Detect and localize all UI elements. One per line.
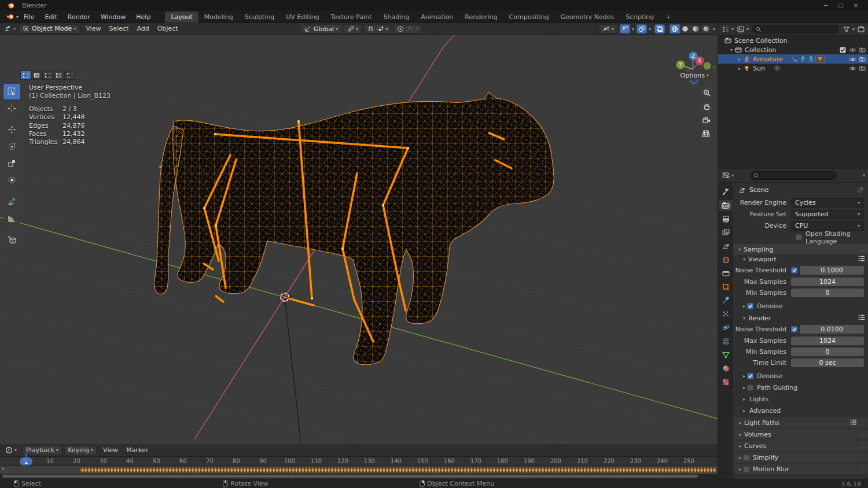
properties-search-input[interactable] bbox=[750, 171, 837, 180]
disclosure-right-icon[interactable]: ▸ bbox=[737, 57, 742, 62]
measure-tool[interactable] bbox=[3, 210, 20, 226]
viewport-denoise-row[interactable]: ▸ Denoise bbox=[733, 301, 864, 312]
eye-icon[interactable] bbox=[848, 46, 856, 54]
device-dropdown[interactable]: CPU▾ bbox=[791, 221, 864, 231]
outliner-row-sun[interactable]: ▸ Sun bbox=[718, 64, 868, 73]
simplify-checkbox[interactable] bbox=[743, 454, 749, 461]
menu-window[interactable]: Window bbox=[95, 12, 131, 23]
preset-icon[interactable] bbox=[858, 256, 865, 263]
playback-menu[interactable]: Playback▾ bbox=[23, 446, 62, 455]
zoom-view-button[interactable] bbox=[700, 86, 713, 99]
exclude-checkbox[interactable] bbox=[838, 46, 847, 54]
motion-blur-panel[interactable]: ▸ Motion Blur ⁚⁚ bbox=[734, 464, 868, 474]
workspace-tab-modeling[interactable]: Modeling bbox=[198, 12, 239, 23]
render-engine-dropdown[interactable]: Cycles▾ bbox=[791, 198, 864, 208]
light-paths-panel[interactable]: ▸Light Paths ⁚⁚ bbox=[734, 417, 868, 428]
move-tool[interactable] bbox=[3, 122, 20, 138]
pan-view-button[interactable] bbox=[700, 100, 713, 113]
viewport-menu-add[interactable]: Add bbox=[133, 25, 153, 32]
tab-render[interactable] bbox=[719, 200, 733, 211]
outliner-row-collection[interactable]: ▾ Collection bbox=[718, 45, 868, 54]
menu-help[interactable]: Help bbox=[131, 12, 156, 23]
camera-view-button[interactable] bbox=[700, 114, 713, 127]
timeline-scrollbar[interactable] bbox=[0, 474, 718, 478]
tab-collection[interactable] bbox=[719, 268, 733, 279]
tab-object[interactable] bbox=[719, 282, 733, 293]
tab-constraints[interactable] bbox=[719, 336, 733, 347]
new-collection-button[interactable] bbox=[857, 25, 865, 34]
workspace-tab-compositing[interactable]: Compositing bbox=[503, 12, 555, 23]
feature-set-dropdown[interactable]: Supported▾ bbox=[791, 210, 864, 219]
shading-wireframe-button[interactable] bbox=[670, 24, 680, 34]
tab-particles[interactable] bbox=[719, 309, 733, 320]
tab-material[interactable] bbox=[719, 363, 733, 374]
add-workspace-button[interactable]: + bbox=[660, 12, 676, 23]
shading-chevron-icon[interactable]: ▾ bbox=[713, 27, 715, 32]
eye-icon[interactable] bbox=[848, 55, 856, 63]
tab-scene[interactable] bbox=[719, 241, 733, 252]
workspace-tab-animation[interactable]: Animation bbox=[415, 12, 459, 23]
filter-funnel-icon[interactable] bbox=[843, 25, 851, 34]
annotate-tool[interactable] bbox=[3, 194, 20, 209]
3d-viewport[interactable]: Z X Y ‹ Options ▾ bbox=[0, 35, 718, 444]
tab-world[interactable] bbox=[719, 254, 733, 265]
osl-checkbox[interactable] bbox=[796, 234, 802, 241]
show-overlays-toggle[interactable] bbox=[637, 24, 647, 34]
eye-icon[interactable] bbox=[848, 64, 856, 72]
disclosure-right-icon[interactable]: ▸ bbox=[737, 66, 742, 71]
render-denoise-row[interactable]: ▸ Denoise bbox=[733, 371, 864, 382]
keying-menu[interactable]: Keying▾ bbox=[64, 446, 97, 455]
camera-visibility-icon[interactable] bbox=[858, 64, 866, 72]
timeline-keyframes[interactable]: ▸ ‹ bbox=[0, 466, 718, 474]
add-cube-tool[interactable] bbox=[3, 232, 20, 247]
snap-controls[interactable]: ▾ bbox=[364, 24, 391, 34]
timeline-collapse-icon[interactable]: ‹ bbox=[713, 467, 716, 472]
workspace-tab-texture-paint[interactable]: Texture Paint bbox=[325, 12, 378, 23]
scrollbar-handle[interactable] bbox=[2, 475, 698, 478]
properties-options-chevron-icon[interactable]: ▾ bbox=[863, 173, 865, 178]
xray-toggle[interactable] bbox=[654, 24, 665, 34]
shading-rendered-button[interactable] bbox=[701, 24, 711, 34]
workspace-tab-rendering[interactable]: Rendering bbox=[459, 12, 503, 23]
blender-menu-icon[interactable] bbox=[6, 13, 14, 20]
tab-tool[interactable] bbox=[719, 186, 733, 197]
workspace-tab-uv-editing[interactable]: UV Editing bbox=[280, 12, 325, 23]
noise-threshold-field[interactable]: 0.0100 bbox=[800, 325, 864, 334]
path-guiding-row[interactable]: ▸ Path Guiding bbox=[733, 382, 864, 393]
outliner-filter-id-icon[interactable] bbox=[737, 25, 745, 34]
minimize-button[interactable]: ─ bbox=[818, 0, 833, 10]
timeline-ruler[interactable]: 1 10203040506070809010011012013014015016… bbox=[0, 457, 718, 466]
tab-modifiers[interactable] bbox=[719, 295, 733, 306]
tab-object-data[interactable] bbox=[719, 349, 733, 360]
properties-editor-type-icon[interactable] bbox=[722, 172, 730, 180]
show-gizmo-toggle[interactable] bbox=[620, 24, 630, 34]
min-samples-field[interactable]: 0 bbox=[791, 347, 864, 356]
preset-icon[interactable] bbox=[850, 419, 857, 427]
select-box-tool[interactable] bbox=[3, 84, 20, 99]
transform-orientation[interactable]: Global ▾ bbox=[301, 24, 341, 34]
select-mode-intersect-button[interactable] bbox=[64, 71, 75, 80]
options-dropdown[interactable]: Options ▾ bbox=[676, 71, 713, 80]
denoise-checkbox[interactable] bbox=[747, 373, 753, 379]
workspace-tab-shading[interactable]: Shading bbox=[378, 12, 415, 23]
select-mode-invert-button[interactable] bbox=[53, 71, 64, 80]
outliner-display-mode-icon[interactable] bbox=[722, 25, 730, 34]
lights-row[interactable]: ▸ Lights bbox=[733, 394, 864, 405]
noise-threshold-field[interactable]: 0.1000 bbox=[800, 266, 864, 275]
viewport-menu-select[interactable]: Select bbox=[105, 25, 133, 32]
noise-threshold-checkbox[interactable] bbox=[791, 326, 797, 332]
menu-edit[interactable]: Edit bbox=[39, 12, 62, 23]
timeline-editor-type-icon[interactable] bbox=[5, 446, 13, 454]
curves-panel[interactable]: ▸Curves ⁚⁚ bbox=[734, 441, 868, 451]
outliner-search-input[interactable] bbox=[752, 25, 839, 34]
time-limit-field[interactable]: 0 sec bbox=[791, 358, 864, 367]
toggle-perspective-button[interactable] bbox=[700, 127, 712, 140]
editor-type-icon[interactable] bbox=[3, 25, 12, 33]
cursor-tool[interactable] bbox=[3, 101, 20, 116]
timeline-menu-marker[interactable]: Marker bbox=[122, 446, 152, 454]
tab-physics[interactable] bbox=[719, 322, 733, 333]
rotate-tool[interactable] bbox=[3, 139, 20, 154]
max-samples-field[interactable]: 1024 bbox=[791, 278, 864, 286]
noise-threshold-checkbox[interactable] bbox=[791, 267, 797, 273]
sampling-render-subpanel[interactable]: ▾Render bbox=[733, 313, 868, 323]
